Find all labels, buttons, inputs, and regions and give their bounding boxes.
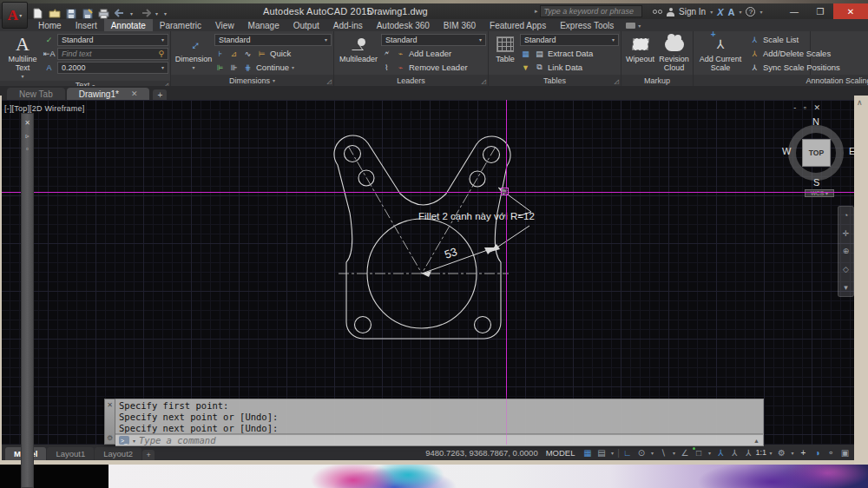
layout-tab-layout2[interactable]: Layout2 [95,447,141,460]
new-file-icon[interactable] [31,8,44,19]
scale-list-icon[interactable]: ⅄ [749,36,760,44]
viewcube[interactable]: N S W E TOP [786,118,846,182]
sync-scale-positions-icon[interactable]: ⅄ [749,63,760,72]
annotation-visibility-icon[interactable]: ⅄ [713,446,727,458]
dim-update-icon[interactable]: ⊪ [228,63,240,72]
maximize-button[interactable]: ❐ [807,3,833,19]
multiline-text-button[interactable]: A Multiline Text ▾ [2,33,43,81]
command-recent-caret[interactable]: ▾ [133,438,135,444]
dim-style-select[interactable]: Standard▾ [214,34,332,46]
leader-align-icon[interactable]: ⌇ [381,63,392,72]
new-layout-button[interactable]: + [142,450,155,460]
leader-collect-icon[interactable]: 🗲 [381,49,392,58]
mleader-style-select[interactable]: Standard▾ [381,34,486,46]
table-style-select[interactable]: Standard▾ [520,34,619,46]
tab-bim-360[interactable]: BIM 360 [437,19,483,31]
wcs-dropdown[interactable]: WCS▾ [805,189,834,197]
clean-screen-icon[interactable]: ▣ [838,446,852,458]
find-text-input[interactable]: Find text⚲ [57,48,168,60]
wipeout-button[interactable]: Wipeout [623,33,657,75]
quick-dimension-button[interactable]: Quick [270,49,291,58]
panel-title-leaders[interactable]: Leaders ◿ [334,75,488,86]
a360-caret[interactable]: ▾ [739,9,741,15]
help-caret[interactable]: ▾ [760,9,762,15]
tab-annotate[interactable]: Annotate [104,19,153,31]
revision-cloud-button[interactable]: Revision Cloud [657,33,691,75]
undo-dropdown-caret[interactable]: ▾ [130,10,135,16]
dim-linear-icon[interactable]: ⊦ [214,49,226,58]
viewcube-south[interactable]: S [813,177,819,188]
add-delete-scales-icon[interactable]: ⅄ [749,49,760,58]
file-tab-close-icon[interactable]: ✕ [131,89,138,98]
redo-icon[interactable] [139,8,152,19]
application-menu-button[interactable]: A ▾ [2,2,28,29]
save-icon[interactable] [64,8,77,19]
layout-tab-layout1[interactable]: Layout1 [47,447,94,460]
tab-output[interactable]: Output [286,19,326,31]
orbit-icon[interactable]: ◇ [843,265,849,274]
exchange-apps-icon[interactable]: X [717,7,723,17]
panel-title-dimensions[interactable]: Dimensions▾ ◿ [171,75,333,86]
pan-icon[interactable]: ✛ [843,229,850,238]
osnap-caret[interactable]: ▾ [706,446,713,458]
command-scroll-up-icon[interactable]: ▲ [753,438,760,444]
redo-dropdown-caret[interactable]: ▾ [155,10,161,16]
panel-title-tables[interactable]: Tables ◿ [489,75,621,86]
hardware-acceleration-icon[interactable]: ◑ [811,446,824,458]
dim-space-icon[interactable]: ⋕ [242,63,253,72]
ortho-toggle-icon[interactable]: ∟ [621,446,634,458]
minimize-button[interactable]: — [781,3,807,19]
download-icon[interactable]: ▼ [520,63,531,72]
a360-icon[interactable]: A [728,7,735,17]
polar-tracking-icon[interactable]: ⊙ [635,446,648,458]
new-drawing-button[interactable]: + [153,89,167,100]
snap-caret[interactable]: ▾ [608,446,615,458]
dim-break-icon[interactable]: ∿ [242,49,253,58]
help-icon[interactable]: ? [746,7,755,16]
tab-view[interactable]: View [208,19,241,31]
object-snap-tracking-icon[interactable]: ∠ [678,446,691,458]
undo-icon[interactable] [114,8,127,19]
dim-baseline-icon[interactable]: ⊫ [214,63,226,72]
workspace-caret[interactable]: ▾ [789,446,796,458]
dimensions-dialog-launcher-icon[interactable]: ◿ [327,78,332,85]
tab-home[interactable]: Home [31,19,69,31]
viewcube-north[interactable]: N [812,116,819,127]
palette-properties-icon[interactable]: ▹ [25,132,29,140]
command-customize-icon[interactable]: ⚙ [107,434,113,442]
annotation-scale-value[interactable]: 1:1 [755,448,766,457]
add-current-scale-button[interactable]: +⅄ Add Current Scale [695,33,746,75]
tab-manage[interactable]: Manage [241,19,286,31]
file-tab-drawing1[interactable]: Drawing1* ✕ [67,88,150,100]
tab-insert[interactable]: Insert [69,19,104,31]
sign-in-button[interactable]: Sign In [679,7,706,16]
open-folder-icon[interactable] [48,8,61,19]
search-input[interactable] [540,5,642,17]
isometric-drafting-icon[interactable]: ∖ [656,446,669,458]
remove-leader-icon[interactable]: ⌁ [395,63,406,72]
save-as-icon[interactable] [81,8,94,19]
palette-close-icon[interactable]: ✕ [24,119,30,127]
polar-caret[interactable]: ▾ [648,446,655,458]
zoom-icon[interactable]: ⊕ [843,247,850,255]
plot-icon[interactable] [97,8,110,19]
snap-toggle-icon[interactable]: ▤ [595,446,608,458]
continue-dimension-button[interactable]: Continue [256,63,289,72]
autoscale-icon[interactable]: ⅄ [727,446,740,458]
qat-customize-caret[interactable]: ▾ [164,10,169,16]
workspace-gear-icon[interactable]: ⚙ [775,446,788,458]
search-arrow-icon[interactable]: ▸ [535,8,538,15]
object-snap-icon[interactable]: □ [692,446,705,458]
sign-in-caret[interactable]: ▾ [710,9,713,15]
table-button[interactable]: Table [490,33,520,75]
isolate-objects-icon[interactable]: ⚬ [825,446,838,458]
link-data-icon[interactable]: ⧉ [534,63,545,72]
command-input-placeholder[interactable]: Type a command [139,435,750,445]
navigation-bar[interactable]: ◔ ✛ ⊕ ◇ ▾ [838,206,854,297]
add-leader-icon[interactable]: ⌁ [395,49,406,58]
link-data-button[interactable]: Link Data [548,63,582,72]
grid-toggle-icon[interactable]: ▦ [581,446,594,458]
remove-leader-button[interactable]: Remove Leader [409,63,468,72]
command-input-row[interactable]: >_ ▾ Type a command ▲ [115,434,764,446]
scale-list-button[interactable]: Scale List [763,35,799,44]
